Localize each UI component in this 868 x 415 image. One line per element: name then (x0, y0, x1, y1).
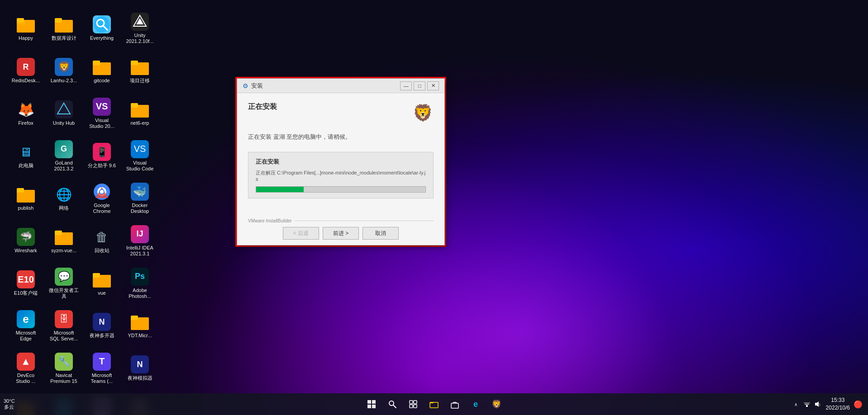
progress-bar-container (256, 186, 426, 193)
tray-network-icon[interactable] (802, 400, 811, 409)
taskbar-lanhu-button[interactable]: 🦁 (487, 395, 506, 413)
time: 15:33 (826, 396, 850, 404)
desktop-icon-label: 分之助手 9.6 (88, 163, 116, 169)
desktop-icon-label: VisualStudio 20... (89, 118, 114, 129)
desktop-icon-label: DevEcoStudio ... (16, 373, 35, 384)
desktop-icon-label: RedisDesk... (12, 78, 40, 84)
desktop-icon-happy[interactable]: Happy (8, 8, 43, 49)
tray-show-hidden-button[interactable]: ∧ (792, 400, 801, 409)
desktop-icon-publish[interactable]: publish (8, 178, 43, 219)
svg-text:): ) (819, 403, 820, 406)
dialog-cancel-button[interactable]: 取消 (362, 227, 399, 240)
svg-rect-16 (131, 103, 138, 108)
desktop-icon-unity[interactable]: Unity2021.2.10f... (122, 8, 157, 49)
dialog-title-text: ⚙ 安装 (243, 82, 263, 90)
notification-button[interactable]: 🔴 (854, 400, 863, 409)
taskbar-center: e 🦁 (362, 395, 506, 413)
desktop-icon-intellij[interactable]: IJ IntelliJ IDEA2021.3.1 (122, 221, 157, 261)
desktop-icon-wechat-devtools[interactable]: 💬 微信开发者工具 (46, 263, 81, 304)
svg-rect-18 (17, 188, 24, 193)
dialog-footer: VMware InstallBuilder < 后退 前进 > 取消 (237, 215, 444, 245)
desktop-icon-fenzhu[interactable]: 📱 分之助手 9.6 (84, 136, 119, 176)
desktop-icon-docker[interactable]: 🐳 DockerDesktop (122, 178, 157, 219)
install-dialog: ⚙ 安装 — □ ✕ 正在安装 🦁 正在安装 蓝湖 至您的电脑中，请稍候。 正在… (237, 78, 445, 245)
taskbar-left: 30°C 多云 (0, 398, 15, 410)
dialog-header: 正在安装 🦁 (248, 102, 434, 124)
desktop-icon-label: Wireshark (14, 248, 37, 254)
desktop-icon-ydt[interactable]: YDT.Micr... (122, 306, 157, 346)
desktop-icon-project-migrate[interactable]: 项目迁移 (122, 51, 157, 91)
desktop-icon-sql-server[interactable]: 🗄 MicrosoftSQL Serve... (46, 306, 81, 346)
desktop-icon-e10[interactable]: E10 E10客户端 (8, 263, 43, 304)
svg-rect-43 (806, 405, 808, 407)
desktop-icon-visual-studio[interactable]: VS VisualStudio 20... (84, 93, 119, 134)
dialog-close-button[interactable]: ✕ (427, 81, 439, 90)
desktop-icon-redis[interactable]: R RedisDesk... (8, 51, 43, 91)
desktop-icon-this-pc[interactable]: 🖥 此电脑 (8, 136, 43, 176)
desktop-icon-database[interactable]: 数据库设计 (46, 8, 81, 49)
desktop-icon-label: vue (98, 290, 106, 296)
desktop-icon-vue[interactable]: vue (84, 263, 119, 304)
desktop-icon-label: MicrosoftTeams (... (91, 373, 113, 384)
desktop-icon-wireshark[interactable]: 🦈 Wireshark (8, 221, 43, 261)
desktop-icon-gitcode[interactable]: gitcode (84, 51, 119, 91)
desktop-icon-navicat[interactable]: 🔧 NavicatPremium 15 (46, 348, 81, 389)
desktop-icon-firefox[interactable]: 🦊 Firefox (8, 93, 43, 134)
desktop-icon-everything[interactable]: Everything (84, 8, 119, 49)
desktop-icon-nox-emulator[interactable]: N 夜神模拟器 (122, 348, 157, 389)
desktop-icon-vscode[interactable]: VS VisualStudio Code (122, 136, 157, 176)
progress-bar-fill (256, 187, 304, 192)
install-dialog-overlay: ⚙ 安装 — □ ✕ 正在安装 🦁 正在安装 蓝湖 至您的电脑中，请稍候。 正在… (235, 77, 446, 247)
desktop-icon-label: 数据库设计 (52, 35, 76, 41)
taskbar-file-explorer-button[interactable] (425, 395, 443, 413)
desktop-icon-chrome[interactable]: GoogleChrome (84, 178, 119, 219)
tray-volume-icon[interactable]: ) (813, 400, 822, 409)
desktop-icon-network[interactable]: 🌐 网络 (46, 178, 81, 219)
desktop-icon-label: MicrosoftEdge (16, 330, 36, 342)
dialog-maximize-button[interactable]: □ (414, 81, 425, 90)
dialog-content: 正在安装 🦁 正在安装 蓝湖 至您的电脑中，请稍候。 正在安装 正在解压 C:\… (237, 93, 444, 215)
desktop-icon-label: 项目迁移 (130, 78, 150, 84)
desktop-icon-teams[interactable]: T MicrosoftTeams (... (84, 348, 119, 389)
svg-rect-28 (131, 316, 138, 320)
desktop-icon-label: DockerDesktop (131, 203, 149, 214)
svg-rect-40 (414, 405, 417, 408)
taskbar-taskview-button[interactable] (404, 395, 422, 413)
svg-rect-34 (372, 405, 376, 408)
desktop-icon-deveco[interactable]: ▲ DevEcoStudio ... (8, 348, 43, 389)
time-display[interactable]: 15:33 2022/10/6 (826, 396, 850, 412)
desktop-icon-nox-multi[interactable]: N 夜神多开器 (84, 306, 119, 346)
desktop-icon-label: 夜神模拟器 (128, 375, 153, 381)
desktop-icon-label: Unity2021.2.10f... (126, 33, 153, 44)
desktop-icon-unity-hub[interactable]: Unity Hub (46, 93, 81, 134)
taskbar-search-button[interactable] (383, 395, 401, 413)
taskbar: 30°C 多云 (0, 393, 868, 415)
desktop-icon-label: GoogleChrome (93, 203, 110, 214)
dialog-buttons: < 后退 前进 > 取消 (248, 227, 434, 240)
desktop-icon-label: 此电脑 (19, 163, 33, 169)
start-button[interactable] (362, 395, 381, 413)
desktop-icon-net6-erp[interactable]: net6-erp (122, 93, 157, 134)
install-section: 正在安装 正在解压 C:\Program Files[...]mone-mini… (248, 152, 434, 198)
weather-desc: 多云 (4, 404, 15, 410)
desktop-icon-recycle-bin[interactable]: 🗑 回收站 (84, 221, 119, 261)
footer-brand: VMware InstallBuilder (248, 218, 434, 223)
desktop-icon-label: VisualStudio Code (126, 160, 154, 172)
taskbar-store-button[interactable] (446, 395, 464, 413)
desktop-icon-edge[interactable]: e MicrosoftEdge (8, 306, 43, 346)
desktop-icon-label: gitcode (94, 78, 110, 84)
desktop-icon-label: syzm-vue... (51, 248, 76, 254)
taskbar-edge-button[interactable]: e (467, 395, 485, 413)
svg-rect-37 (410, 401, 413, 404)
desktop-icon-label: Lanhu-2.3... (51, 78, 77, 84)
dialog-next-button[interactable]: 前进 > (323, 227, 359, 240)
desktop-icon-goland[interactable]: G GoLand2021.3.2 (46, 136, 81, 176)
desktop-icon-label: E10客户端 (14, 290, 38, 296)
dialog-minimize-button[interactable]: — (400, 81, 412, 90)
desktop-icon-syzm-vue[interactable]: syzm-vue... (46, 221, 81, 261)
desktop-icon-photoshop[interactable]: Ps AdobePhotosh... (122, 263, 157, 304)
desktop-icon-label: NavicatPremium 15 (50, 373, 77, 384)
desktop-icon-lanhu[interactable]: 🦁 Lanhu-2.3... (46, 51, 81, 91)
dialog-back-button[interactable]: < 后退 (283, 227, 319, 240)
dialog-controls: — □ ✕ (400, 81, 439, 90)
